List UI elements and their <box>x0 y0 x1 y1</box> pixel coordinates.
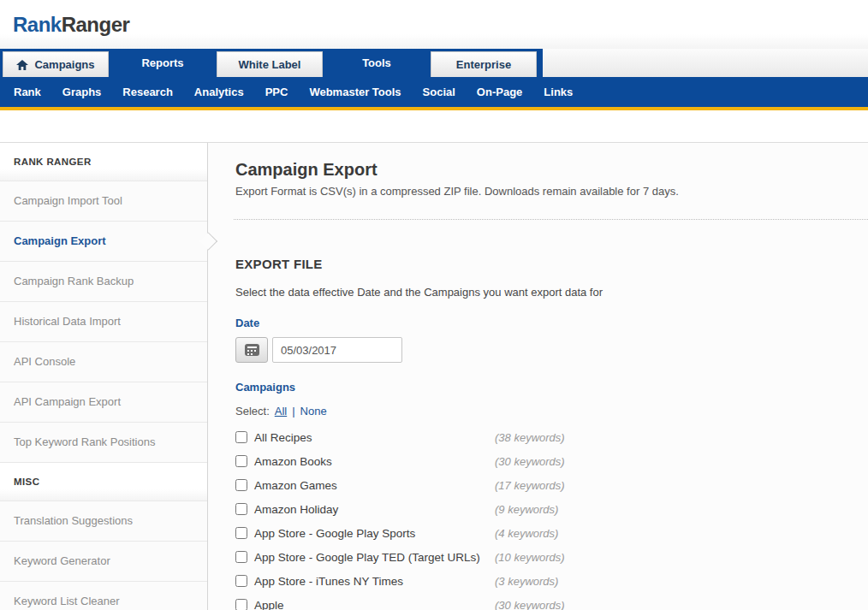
campaign-row: Amazon Games (17 keywords) <box>235 473 868 497</box>
campaign-checkbox[interactable] <box>235 503 247 515</box>
sidebar-item-campaign-export[interactable]: Campaign Export <box>0 222 207 262</box>
sidebar-item-keyword-generator[interactable]: Keyword Generator <box>0 542 207 582</box>
campaign-keyword-count: (10 keywords) <box>495 551 565 564</box>
subnav-item-graphs[interactable]: Graphs <box>62 86 102 98</box>
campaign-left: App Store - Google Play TED (Target URLs… <box>235 551 495 564</box>
campaign-checkbox[interactable] <box>235 527 247 539</box>
tab-label: Campaigns <box>34 58 94 71</box>
export-file-description: Select the data effective Date and the C… <box>235 286 868 299</box>
campaign-keyword-count: (30 keywords) <box>495 455 565 468</box>
campaign-keyword-count: (4 keywords) <box>495 527 558 540</box>
sidebar-item-historical-data-import[interactable]: Historical Data Import <box>0 302 207 342</box>
logo[interactable]: RankRanger <box>13 13 129 37</box>
subnav-item-ppc[interactable]: PPC <box>265 86 288 98</box>
campaign-name: App Store - Google Play Sports <box>254 527 415 540</box>
campaign-keyword-count: (3 keywords) <box>495 575 558 588</box>
date-label: Date <box>235 317 868 329</box>
campaign-checkbox[interactable] <box>235 599 247 610</box>
campaign-name: Amazon Books <box>254 455 332 468</box>
logo-secondary: Ranger <box>62 13 130 36</box>
sidebar-header-rank-ranger: RANK RANGER <box>0 143 207 181</box>
calendar-button[interactable] <box>235 337 268 363</box>
select-label: Select: <box>235 405 270 418</box>
tab-label: Reports <box>141 56 183 69</box>
campaign-left: App Store - iTunes NY Times <box>235 575 495 588</box>
subnav-item-webmaster-tools[interactable]: Webmaster Tools <box>309 86 401 98</box>
tab-label: Enterprise <box>456 58 511 71</box>
header-content-gap <box>0 110 868 142</box>
dotted-separator <box>234 219 868 220</box>
sidebar-item-api-campaign-export[interactable]: API Campaign Export <box>0 382 207 423</box>
header: RankRanger <box>0 0 868 49</box>
campaign-checkbox[interactable] <box>235 431 247 443</box>
subnav-item-links[interactable]: Links <box>544 86 573 98</box>
campaign-row: App Store - Google Play Sports (4 keywor… <box>235 521 868 545</box>
subnav-item-on-page[interactable]: On-Page <box>477 86 522 98</box>
subnav-item-rank[interactable]: Rank <box>14 86 41 98</box>
subnav-item-analytics[interactable]: Analytics <box>194 86 244 98</box>
campaign-name: Amazon Games <box>254 479 337 492</box>
campaign-left: App Store - Google Play Sports <box>235 527 495 540</box>
tab-label: White Label <box>239 58 301 71</box>
campaign-row: Amazon Books (30 keywords) <box>235 449 868 473</box>
campaign-name: Amazon Holiday <box>254 503 338 516</box>
tab-tools[interactable]: Tools <box>324 49 430 77</box>
subnav-item-research[interactable]: Research <box>122 86 173 98</box>
campaign-list: All Recipes (38 keywords) Amazon Books (… <box>235 425 868 610</box>
campaign-name: All Recipes <box>254 431 312 444</box>
calendar-icon <box>245 344 259 356</box>
sidebar: RANK RANGER Campaign Import Tool Campaig… <box>0 143 208 610</box>
tab-white-label[interactable]: White Label <box>217 51 323 77</box>
sidebar-item-top-keyword-rank-positions[interactable]: Top Keyword Rank Positions <box>0 423 207 463</box>
campaign-keyword-count: (30 keywords) <box>495 599 565 610</box>
sub-nav: Rank Graphs Research Analytics PPC Webma… <box>0 77 868 110</box>
select-row: Select: All | None <box>235 405 868 418</box>
select-none-link[interactable]: None <box>300 405 327 418</box>
sidebar-header-misc: MISC <box>0 463 207 501</box>
top-nav-tabs-strip: Campaigns Reports White Label Tools Ente… <box>0 49 543 77</box>
campaign-name: App Store - Google Play TED (Target URLs… <box>254 551 480 564</box>
campaign-left: Amazon Holiday <box>235 503 495 516</box>
sidebar-item-translation-suggestions[interactable]: Translation Suggestions <box>0 501 207 542</box>
tab-label: Tools <box>362 56 391 69</box>
sidebar-item-campaign-import-tool[interactable]: Campaign Import Tool <box>0 181 207 222</box>
campaign-left: Amazon Games <box>235 479 495 492</box>
date-row <box>235 337 868 363</box>
main: RANK RANGER Campaign Import Tool Campaig… <box>0 142 868 610</box>
campaign-keyword-count: (38 keywords) <box>495 431 565 444</box>
sidebar-item-api-console[interactable]: API Console <box>0 342 207 382</box>
campaign-row: Apple (30 keywords) <box>235 593 868 610</box>
date-input[interactable] <box>272 337 402 363</box>
top-nav: Campaigns Reports White Label Tools Ente… <box>0 49 868 77</box>
campaign-keyword-count: (17 keywords) <box>495 479 565 492</box>
tab-campaigns[interactable]: Campaigns <box>3 51 109 77</box>
campaign-checkbox[interactable] <box>235 455 247 467</box>
logo-primary: Rank <box>13 13 62 36</box>
sidebar-item-keyword-list-cleaner[interactable]: Keyword List Cleaner <box>0 582 207 610</box>
page: RankRanger Campaigns Reports White Label… <box>0 0 868 610</box>
select-separator: | <box>292 405 294 418</box>
campaign-row: App Store - Google Play TED (Target URLs… <box>235 545 868 569</box>
campaign-name: App Store - iTunes NY Times <box>254 575 403 588</box>
tab-enterprise[interactable]: Enterprise <box>431 51 537 77</box>
tab-reports[interactable]: Reports <box>110 49 216 77</box>
campaign-checkbox[interactable] <box>235 551 247 563</box>
campaign-checkbox[interactable] <box>235 479 247 491</box>
campaign-keyword-count: (9 keywords) <box>495 503 558 516</box>
content: Campaign Export Export Format is CSV(s) … <box>208 143 868 610</box>
campaign-row: App Store - iTunes NY Times (3 keywords) <box>235 569 868 593</box>
campaign-checkbox[interactable] <box>235 575 247 587</box>
campaign-row: Amazon Holiday (9 keywords) <box>235 497 868 521</box>
campaign-row: All Recipes (38 keywords) <box>235 425 868 449</box>
home-icon <box>16 60 28 70</box>
page-subtitle: Export Format is CSV(s) in a compressed … <box>235 185 868 198</box>
sidebar-item-label: Campaign Export <box>14 234 106 247</box>
campaign-left: Apple <box>235 599 495 610</box>
subnav-item-social[interactable]: Social <box>423 86 455 98</box>
sidebar-item-campaign-rank-backup[interactable]: Campaign Rank Backup <box>0 262 207 302</box>
campaign-left: All Recipes <box>235 431 495 444</box>
page-title: Campaign Export <box>235 160 868 180</box>
export-file-heading: EXPORT FILE <box>235 257 868 271</box>
campaign-left: Amazon Books <box>235 455 495 468</box>
select-all-link[interactable]: All <box>275 405 287 418</box>
